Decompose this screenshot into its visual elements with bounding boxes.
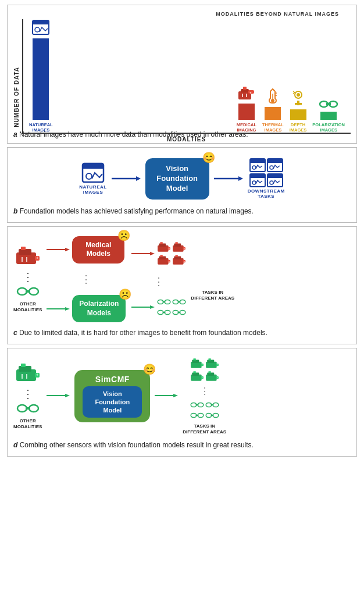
natureal-icon xyxy=(31,19,50,37)
svg-marker-53 xyxy=(65,248,70,251)
svg-point-128 xyxy=(198,403,204,407)
b-arrow2 xyxy=(214,174,243,183)
letter-a: a xyxy=(13,130,17,138)
medical-label: MEDICALIMAGING xyxy=(237,122,256,133)
b-arrow1 xyxy=(112,174,141,183)
polarization-label: POLARIZATIONIMAGES xyxy=(312,122,345,133)
svg-point-129 xyxy=(206,403,212,407)
d-simcmf-box: 😊 SimCMF VisionFoundationModel xyxy=(74,370,150,423)
svg-rect-15 xyxy=(295,103,302,105)
d-left-label: OTHERMODALITIES xyxy=(13,418,42,429)
svg-rect-118 xyxy=(193,371,195,373)
c-polarization-model: ☹️ PolarizationModels xyxy=(72,295,126,322)
section-a: NUMBER OF DATA MODALITIES BEYOND NATURAL… xyxy=(7,5,357,144)
chart-content: MODALITIES BEYOND NATURAL IMAGES NATUREA… xyxy=(22,11,351,127)
c-left-col: + ⋮ OTHERMODALITIES xyxy=(13,245,42,312)
svg-text:+: + xyxy=(36,373,38,377)
d-arrow-in xyxy=(47,391,70,401)
svg-point-2 xyxy=(35,27,40,32)
c-row-polarization: ☹️ PolarizationModels xyxy=(47,295,126,322)
d-polar-tasks xyxy=(190,400,219,420)
svg-point-134 xyxy=(198,413,204,417)
c-dots-middle: ⋮ xyxy=(47,273,126,286)
svg-point-137 xyxy=(213,413,219,417)
svg-text:+: + xyxy=(249,91,252,94)
svg-rect-75 xyxy=(176,255,178,257)
svg-point-126 xyxy=(191,403,197,407)
c-row-medical: ☹️ MedicalModels xyxy=(47,236,126,264)
svg-point-25 xyxy=(86,173,92,179)
c-dots: ⋮ xyxy=(22,270,34,283)
d-arrow-out xyxy=(155,391,178,401)
depth-label: DEPTHIMAGES xyxy=(290,122,307,133)
section-d: + ⋮ OTHERMODALITIES xyxy=(7,348,357,457)
thermal-label: THERMALIMAGES xyxy=(262,122,284,133)
svg-rect-37 xyxy=(250,174,265,178)
letter-c: c xyxy=(13,329,17,337)
svg-rect-24 xyxy=(83,163,104,169)
svg-marker-103 xyxy=(65,394,70,397)
svg-point-132 xyxy=(191,413,197,417)
svg-rect-94 xyxy=(21,364,26,367)
svg-point-38 xyxy=(252,181,256,184)
chart-area: NUMBER OF DATA MODALITIES BEYOND NATURAL… xyxy=(13,11,351,127)
c-polarization-tasks-grid xyxy=(157,297,186,317)
b-downstream-grid xyxy=(249,158,283,187)
b-left-icon: NATUREALIMAGES xyxy=(79,162,106,195)
svg-point-83 xyxy=(173,300,179,304)
d-smiley: 😊 xyxy=(143,363,156,376)
thermal-icon xyxy=(266,88,279,106)
b-smiley: 😊 xyxy=(202,151,215,165)
svg-rect-5 xyxy=(243,87,247,90)
bar-thermal: THERMALIMAGES xyxy=(262,88,284,133)
d-polarization-icon xyxy=(16,403,40,416)
chart-bars-area: NATUREALIMAGES + xyxy=(22,19,351,134)
svg-rect-1 xyxy=(33,20,49,24)
natureal-label: NATUREALIMAGES xyxy=(29,122,53,133)
svg-rect-108 xyxy=(193,358,195,360)
section-c: + ⋮ OTHERMODALITIES xyxy=(7,226,357,344)
depth-icon xyxy=(291,90,306,108)
svg-marker-57 xyxy=(150,252,155,255)
svg-point-35 xyxy=(270,166,273,169)
c-medical-output: + + xyxy=(131,241,186,266)
svg-rect-70 xyxy=(160,255,163,257)
c-frowny2: ☹️ xyxy=(119,288,131,301)
c-frowny1: ☹️ xyxy=(117,229,130,243)
c-polarization-output xyxy=(131,297,186,317)
svg-point-131 xyxy=(213,403,219,407)
c-outputs: + + xyxy=(131,241,186,317)
polarization-icon xyxy=(319,99,338,111)
svg-point-51 xyxy=(29,288,38,295)
d-right-label: TASKS inDIFFERENT AREAS xyxy=(183,423,226,435)
section-c-main: + ⋮ OTHERMODALITIES xyxy=(13,233,351,326)
modalities-beyond-label: MODALITIES BEYOND NATURAL IMAGES xyxy=(22,11,351,17)
b-right-label: DOWNSTREAMTASKS xyxy=(248,188,285,200)
svg-point-101 xyxy=(29,405,38,412)
section-c-caption: c Due to limited data, it is hard for ot… xyxy=(13,328,351,338)
svg-point-82 xyxy=(165,300,171,304)
section-d-caption: d Combing other sensors with vision foun… xyxy=(13,440,351,450)
svg-marker-79 xyxy=(150,305,155,309)
bar-depth: DEPTHIMAGES xyxy=(290,90,307,133)
d-right-tasks: + + + xyxy=(183,358,226,435)
svg-rect-113 xyxy=(208,358,210,360)
svg-rect-65 xyxy=(176,242,178,244)
svg-point-80 xyxy=(158,300,164,304)
svg-point-88 xyxy=(165,310,171,314)
svg-marker-27 xyxy=(136,176,141,181)
d-simcmf-title: SimCMF xyxy=(83,375,142,384)
medical-icon: + xyxy=(238,86,255,102)
svg-point-49 xyxy=(17,288,27,295)
svg-text:+: + xyxy=(36,256,38,260)
d-medical-icon: + xyxy=(15,362,41,385)
b-left-label: NATUREALIMAGES xyxy=(79,184,106,195)
svg-point-41 xyxy=(270,181,273,184)
c-right-label-col: TASKS inDIFFERENT AREAS xyxy=(191,255,234,303)
section-b-caption: b Foundation models has achieved satisfy… xyxy=(13,207,351,216)
x-axis-label: MODALTIES xyxy=(22,134,351,143)
section-d-main: + ⋮ OTHERMODALITIES xyxy=(13,354,351,438)
svg-marker-55 xyxy=(65,307,70,311)
b-model-box: 😊 VisionFoundationModel xyxy=(145,158,209,200)
d-model-inner: VisionFoundationModel xyxy=(83,386,142,418)
